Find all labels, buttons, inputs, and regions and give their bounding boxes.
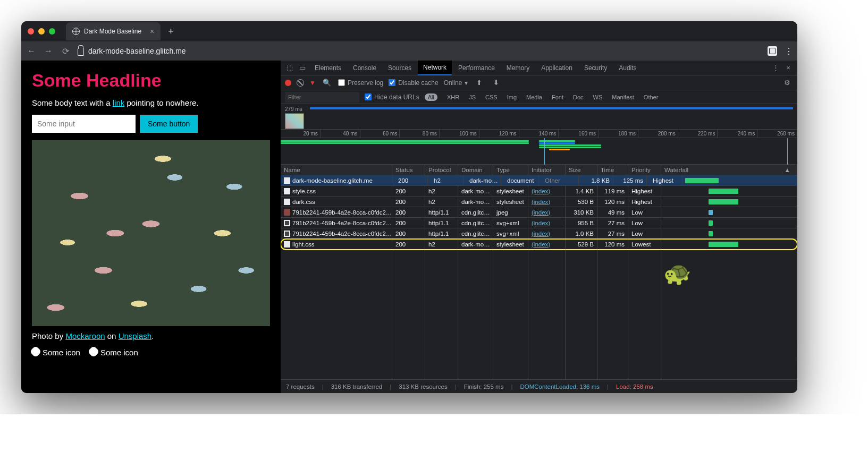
close-tab-button[interactable]: × [150, 27, 154, 36]
col-size[interactable]: Size [566, 165, 597, 175]
devtools-close-button[interactable]: × [782, 64, 794, 72]
profile-badge-icon[interactable] [768, 46, 777, 56]
rendered-page: Some Headline Some body text with a link… [21, 61, 281, 393]
gear-icon[interactable]: ⚙ [781, 79, 793, 87]
inspect-icon[interactable]: ⬚ [284, 64, 296, 72]
request-row[interactable]: light.css200h2dark-mo…stylesheet(index)5… [281, 239, 797, 250]
forward-button[interactable]: → [44, 46, 53, 56]
demo-button[interactable]: Some button [140, 115, 198, 133]
upload-icon[interactable]: ⬆ [473, 79, 485, 87]
request-row[interactable]: dark-mode-baseline.glitch.me200h2dark-mo… [281, 175, 797, 186]
new-tab-button[interactable]: + [168, 26, 174, 37]
devtools-menu-button[interactable]: ⋮ [770, 64, 781, 72]
preserve-log-checkbox[interactable]: Preserve log [338, 79, 383, 87]
filter-input[interactable] [285, 92, 359, 103]
request-row[interactable]: 791b2241-459b-4a2e-8cca-c0fdc2…200http/1… [281, 228, 797, 239]
filter-type-other[interactable]: Other [644, 94, 659, 100]
throttling-select[interactable]: Online ▾ [444, 79, 468, 87]
devtools-tab-security[interactable]: Security [579, 61, 612, 75]
address-bar[interactable]: dark-mode-baseline.glitch.me [78, 47, 760, 56]
page-body: Some body text with a link pointing to n… [32, 98, 270, 107]
filter-type-ws[interactable]: WS [593, 94, 603, 100]
col-status[interactable]: Status [392, 165, 425, 175]
ruler-tick: 60 ms [360, 130, 400, 138]
col-waterfall[interactable]: Waterfall▲ [661, 165, 797, 175]
waterfall-bar [685, 178, 719, 183]
request-row[interactable]: 791b2241-459b-4a2e-8cca-c0fdc2…200http/1… [281, 207, 797, 218]
credit-site-link[interactable]: Unsplash [119, 331, 152, 340]
devtools-tab-performance[interactable]: Performance [453, 61, 500, 75]
col-domain[interactable]: Domain [458, 165, 493, 175]
ruler-tick: 160 ms [559, 130, 599, 138]
file-icon [284, 199, 290, 205]
col-name[interactable]: Name [281, 165, 392, 175]
devtools-tab-memory[interactable]: Memory [501, 61, 535, 75]
filter-type-all[interactable]: All [425, 93, 437, 101]
close-window-button[interactable] [28, 28, 34, 35]
ruler-tick: 220 ms [678, 130, 718, 138]
demo-input[interactable] [32, 115, 136, 133]
file-icon [284, 188, 290, 194]
devtools-tab-elements[interactable]: Elements [309, 61, 347, 75]
filter-type-img[interactable]: Img [507, 94, 517, 100]
lock-icon [78, 48, 84, 56]
ruler-tick: 200 ms [638, 130, 678, 138]
devtools-tab-console[interactable]: Console [348, 61, 382, 75]
clear-button[interactable] [297, 79, 304, 87]
col-type[interactable]: Type [493, 165, 528, 175]
status-transferred: 316 KB transferred [331, 383, 383, 390]
reload-button[interactable]: ⟳ [61, 46, 70, 56]
filter-type-css[interactable]: CSS [485, 94, 498, 100]
waterfall-ruler: 20 ms40 ms60 ms80 ms100 ms120 ms140 ms16… [281, 130, 797, 165]
body-link[interactable]: link [113, 98, 125, 107]
credit-author-link[interactable]: Mockaroon [65, 331, 105, 340]
col-priority[interactable]: Priority [628, 165, 661, 175]
devtools-tab-application[interactable]: Application [536, 61, 578, 75]
mini-waterfall-bar [539, 147, 601, 148]
filter-type-doc[interactable]: Doc [573, 94, 584, 100]
devtools-tab-sources[interactable]: Sources [383, 61, 417, 75]
browser-tab[interactable]: Dark Mode Baseline × [66, 22, 161, 40]
bulb-icon [32, 348, 39, 355]
request-row[interactable]: 791b2241-459b-4a2e-8cca-c0fdc2…200http/1… [281, 218, 797, 228]
network-toolbar: ▼ 🔍 Preserve log Disable cache Online ▾ … [281, 75, 797, 90]
turtle-icon: 🐢 [663, 260, 691, 286]
disable-cache-checkbox[interactable]: Disable cache [389, 79, 438, 87]
waterfall-bar [709, 199, 738, 204]
search-icon[interactable]: 🔍 [321, 79, 333, 87]
back-button[interactable]: ← [27, 46, 36, 56]
filter-type-font[interactable]: Font [552, 94, 563, 100]
col-time[interactable]: Time [597, 165, 628, 175]
filter-toggle-icon[interactable]: ▼ [309, 79, 316, 87]
table-body-empty: 🐢 [281, 250, 797, 379]
devtools-tab-network[interactable]: Network [418, 61, 452, 75]
overview-bar [310, 107, 793, 109]
timeline-overview[interactable]: 279 ms [281, 104, 797, 130]
col-protocol[interactable]: Protocol [425, 165, 458, 175]
device-toggle-icon[interactable]: ▭ [297, 64, 308, 72]
filter-type-manifest[interactable]: Manifest [612, 94, 634, 100]
icon-row: Some icon Some icon [32, 348, 270, 357]
waterfall-bar [709, 242, 738, 247]
filter-type-media[interactable]: Media [526, 94, 542, 100]
devtools-tab-audits[interactable]: Audits [613, 61, 642, 75]
minimize-window-button[interactable] [38, 28, 45, 35]
browser-menu-button[interactable]: ⋮ [785, 46, 792, 56]
hide-data-urls-checkbox[interactable]: Hide data URLs [365, 93, 419, 101]
waterfall-bar [709, 189, 738, 194]
record-button[interactable] [285, 80, 291, 86]
filter-type-xhr[interactable]: XHR [447, 94, 459, 100]
waterfall-bar [709, 231, 713, 236]
request-row[interactable]: style.css200h2dark-mo…stylesheet(index)1… [281, 186, 797, 197]
tab-title: Dark Mode Baseline [84, 28, 141, 35]
download-icon[interactable]: ⬇ [490, 79, 502, 87]
traffic-lights [28, 28, 55, 35]
maximize-window-button[interactable] [49, 28, 55, 35]
col-initiator[interactable]: Initiator [528, 165, 566, 175]
waterfall-bar [709, 220, 713, 226]
filter-type-js[interactable]: JS [469, 94, 476, 100]
mini-waterfall-bar [539, 144, 601, 146]
file-icon [284, 241, 290, 248]
file-icon [284, 177, 290, 184]
request-row[interactable]: dark.css200h2dark-mo…stylesheet(index)53… [281, 197, 797, 207]
